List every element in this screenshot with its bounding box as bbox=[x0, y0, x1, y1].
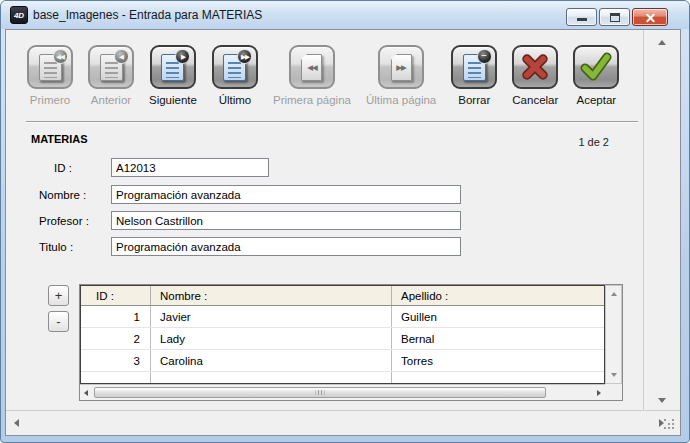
table-horizontal-scrollbar[interactable] bbox=[80, 384, 605, 400]
table-header: ID : Nombre : Apellido : bbox=[81, 286, 604, 306]
cell-id: 1 bbox=[81, 311, 151, 323]
last-badge-icon: ▶▶ bbox=[237, 49, 252, 64]
maximize-button[interactable] bbox=[599, 8, 630, 26]
previous-badge-icon: ◀ bbox=[114, 49, 129, 64]
field-row-id: ID : bbox=[39, 158, 269, 177]
record-previous-icon: ◀ bbox=[100, 54, 123, 81]
toolbar-button-ultima-pagina[interactable]: ▶▶ Última página bbox=[366, 45, 436, 106]
thumb-grip-icon bbox=[316, 390, 325, 395]
table-row[interactable]: 2 Lady Bernal bbox=[81, 328, 604, 350]
cell-apellido: Bernal bbox=[392, 333, 604, 345]
scroll-left-icon[interactable] bbox=[14, 419, 19, 427]
record-last-icon: ▶▶ bbox=[223, 54, 246, 81]
window-controls bbox=[566, 8, 668, 26]
cell-nombre: Javier bbox=[151, 311, 392, 323]
table-vertical-scrollbar[interactable] bbox=[605, 285, 622, 384]
separator-line bbox=[26, 121, 638, 123]
remove-row-button[interactable]: - bbox=[48, 311, 69, 332]
scrollbar-corner bbox=[605, 384, 622, 400]
scrollbar-thumb[interactable] bbox=[94, 387, 546, 398]
subform-listbox: ID : Nombre : Apellido : 1 Javier Guille… bbox=[80, 285, 605, 384]
toolbar-button-anterior[interactable]: ◀ Anterior bbox=[88, 45, 134, 106]
scroll-left-icon[interactable] bbox=[84, 390, 88, 396]
toolbar-button-aceptar[interactable]: Aceptar bbox=[573, 45, 619, 106]
app-icon-label: 4D bbox=[14, 11, 24, 20]
id-label: ID : bbox=[39, 162, 105, 174]
minus-badge-icon: − bbox=[477, 49, 492, 64]
next-badge-icon: ▶ bbox=[175, 49, 190, 64]
nombre-input[interactable] bbox=[111, 185, 461, 204]
column-header-apellido[interactable]: Apellido : bbox=[392, 286, 604, 305]
cell-apellido: Torres bbox=[392, 355, 604, 367]
scroll-down-icon[interactable] bbox=[658, 398, 666, 403]
scroll-down-icon[interactable] bbox=[611, 373, 617, 377]
minimize-button[interactable] bbox=[566, 8, 597, 26]
maximize-icon bbox=[610, 13, 620, 22]
app-window: 4D base_Imagenes - Entrada para MATERIAS… bbox=[0, 0, 690, 443]
record-counter: 1 de 2 bbox=[578, 136, 609, 148]
titulo-input[interactable] bbox=[111, 237, 461, 256]
column-header-nombre[interactable]: Nombre : bbox=[151, 286, 392, 305]
delete-record-icon: − bbox=[463, 54, 486, 81]
page-first-icon: ◀◀ bbox=[301, 54, 322, 81]
toolbar-button-primero[interactable]: ◀◀ Primero bbox=[27, 45, 73, 106]
table-row[interactable]: 1 Javier Guillen bbox=[81, 306, 604, 328]
accept-check-icon bbox=[579, 51, 613, 83]
table-body: 1 Javier Guillen 2 Lady Bernal 3 Carolin… bbox=[81, 306, 604, 383]
title-bar[interactable]: 4D base_Imagenes - Entrada para MATERIAS bbox=[1, 1, 689, 29]
toolbar-button-primera-pagina[interactable]: ◀◀ Primera página bbox=[273, 45, 351, 106]
cell-nombre: Lady bbox=[151, 333, 392, 345]
window-vertical-scrollbar[interactable] bbox=[643, 30, 680, 410]
minimize-icon bbox=[577, 18, 587, 21]
cell-id: 2 bbox=[81, 333, 151, 345]
window-title: base_Imagenes - Entrada para MATERIAS bbox=[33, 8, 262, 22]
first-badge-icon: ◀◀ bbox=[53, 49, 68, 64]
toolbar-button-ultimo[interactable]: ▶▶ Último bbox=[212, 45, 258, 106]
nombre-label: Nombre : bbox=[39, 189, 105, 201]
add-row-button[interactable]: + bbox=[48, 285, 69, 306]
scroll-up-icon[interactable] bbox=[611, 292, 617, 296]
profesor-label: Profesor : bbox=[39, 215, 105, 227]
page-last-icon: ▶▶ bbox=[391, 54, 412, 81]
profesor-input[interactable] bbox=[111, 211, 461, 230]
form-window-content: ◀◀ Primero ◀ Anterior ▶ Siguiente ▶▶ Últ… bbox=[5, 29, 681, 436]
id-input[interactable] bbox=[111, 158, 269, 177]
field-row-nombre: Nombre : bbox=[39, 185, 461, 204]
toolbar-button-siguiente[interactable]: ▶ Siguiente bbox=[149, 45, 197, 106]
record-next-icon: ▶ bbox=[161, 54, 184, 81]
resize-grip[interactable] bbox=[664, 419, 666, 421]
column-header-id[interactable]: ID : bbox=[81, 286, 151, 305]
app-icon-4d: 4D bbox=[10, 6, 28, 24]
cell-id: 3 bbox=[81, 355, 151, 367]
toolbar-button-cancelar[interactable]: Cancelar bbox=[512, 45, 558, 106]
scroll-right-icon[interactable] bbox=[597, 390, 601, 396]
form-area: ◀◀ Primero ◀ Anterior ▶ Siguiente ▶▶ Últ… bbox=[6, 30, 643, 410]
section-title: MATERIAS bbox=[31, 133, 88, 145]
subform-table: ID : Nombre : Apellido : 1 Javier Guille… bbox=[79, 284, 623, 401]
toolbar: ◀◀ Primero ◀ Anterior ▶ Siguiente ▶▶ Últ… bbox=[27, 45, 619, 106]
cancel-x-icon bbox=[519, 52, 551, 83]
record-first-icon: ◀◀ bbox=[39, 54, 62, 81]
field-row-profesor: Profesor : bbox=[39, 211, 461, 230]
titulo-label: Titulo : bbox=[39, 241, 105, 253]
cell-nombre: Carolina bbox=[151, 355, 392, 367]
close-button[interactable] bbox=[632, 8, 668, 26]
cell-apellido: Guillen bbox=[392, 311, 604, 323]
window-horizontal-scrollbar[interactable] bbox=[6, 410, 680, 435]
toolbar-button-borrar[interactable]: − Borrar bbox=[451, 45, 497, 106]
scroll-up-icon[interactable] bbox=[658, 40, 666, 45]
table-row[interactable]: 3 Carolina Torres bbox=[81, 350, 604, 372]
field-row-titulo: Titulo : bbox=[39, 237, 461, 256]
